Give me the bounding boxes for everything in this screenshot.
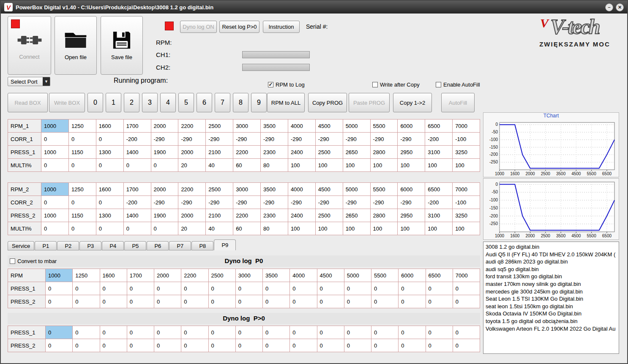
grid-cell[interactable]: 6000 [398, 183, 425, 196]
grid-cell[interactable]: -290 [261, 196, 288, 209]
grid-cell[interactable]: 0 [290, 295, 317, 308]
grid-cell[interactable]: 0 [208, 339, 235, 352]
grid-cell[interactable]: 100 [343, 159, 370, 172]
grid-cell[interactable]: 1250 [68, 183, 96, 196]
grid-cell[interactable]: 2000 [178, 146, 206, 159]
grid-cell[interactable]: 7000 [453, 269, 480, 282]
grid-cell[interactable]: 1000 [41, 120, 69, 133]
grid-cell[interactable]: 3100 [425, 146, 453, 159]
grid-cell[interactable]: 4000 [288, 120, 315, 133]
grid-cell[interactable]: 1600 [96, 120, 123, 133]
grid-cell[interactable]: 0 [151, 159, 178, 172]
grid-cell[interactable]: 0 [96, 133, 123, 146]
grid-cell[interactable]: 6500 [425, 183, 453, 196]
tab-p3[interactable]: P3 [79, 241, 101, 250]
grid-cell[interactable]: 100 [288, 222, 315, 235]
grid-cell[interactable]: 0 [154, 326, 181, 339]
grid-cell[interactable]: 2200 [178, 183, 206, 196]
grid-cell[interactable]: 40 [206, 159, 233, 172]
grid-cell[interactable]: 0 [263, 339, 290, 352]
grid-cell[interactable]: 0 [290, 282, 317, 295]
grid-cell[interactable]: 3000 [235, 269, 262, 282]
grid-cell[interactable]: 1300 [96, 146, 123, 159]
grid-cell[interactable]: 0 [123, 159, 151, 172]
grid-cell[interactable]: 0 [127, 339, 154, 352]
grid-cell[interactable]: 0 [453, 295, 480, 308]
grid-cell[interactable]: 4000 [288, 183, 315, 196]
grid-cell[interactable]: 0 [235, 295, 262, 308]
grid-cell[interactable]: 100 [425, 222, 453, 235]
grid-cell[interactable]: 0 [317, 295, 344, 308]
grid-cell[interactable]: 1000 [41, 209, 69, 222]
grid-cell[interactable]: 80 [261, 222, 288, 235]
grid-cell[interactable]: 0 [290, 339, 317, 352]
digit-button-6[interactable]: 6 [197, 93, 212, 112]
grid-cell[interactable]: -290 [370, 133, 398, 146]
file-list-item[interactable]: Skoda Octavia IV 150KM Go Digital.bin [486, 310, 617, 318]
grid-cell[interactable]: 100 [453, 222, 480, 235]
grid-cell[interactable]: 1900 [151, 209, 178, 222]
grid-cell[interactable]: 0 [317, 282, 344, 295]
grid-cell[interactable]: 100 [398, 159, 425, 172]
grid-cell[interactable]: 2000 [151, 120, 178, 133]
grid-cell[interactable]: 2100 [206, 146, 233, 159]
grid-cell[interactable]: 0 [208, 295, 235, 308]
grid-cell[interactable]: 40 [206, 222, 233, 235]
grid-cell[interactable]: 0 [263, 282, 290, 295]
grid-cell[interactable]: 0 [399, 282, 426, 295]
grid-cell[interactable]: 0 [46, 339, 73, 352]
grid-cell[interactable]: 0 [123, 222, 151, 235]
grid-cell[interactable]: -290 [315, 133, 343, 146]
grid-cell[interactable]: 2400 [288, 146, 315, 159]
tab-p1[interactable]: P1 [35, 241, 57, 250]
grid-cell[interactable]: 100 [425, 159, 453, 172]
grid-cell[interactable]: 6500 [425, 120, 453, 133]
grid-cell[interactable]: -290 [370, 196, 398, 209]
digit-button-7[interactable]: 7 [215, 93, 230, 112]
grid-cell[interactable]: 5000 [344, 269, 371, 282]
grid-cell[interactable]: 20 [178, 159, 206, 172]
grid-cell[interactable]: 0 [41, 196, 69, 209]
grid-cell[interactable]: 0 [46, 326, 73, 339]
grid-cell[interactable]: 2800 [370, 209, 398, 222]
file-list-item[interactable]: seat leon 1.5tsi 150km go digital.bin [486, 303, 617, 310]
grid-cell[interactable]: 0 [68, 133, 96, 146]
digit-button-9[interactable]: 9 [251, 93, 267, 112]
digit-button-0[interactable]: 0 [87, 93, 103, 112]
file-list-item[interactable]: Volkswagen Arteon FL 2.0 190KM 2022 Go D… [486, 325, 617, 333]
save-file-button[interactable]: Save file [101, 16, 143, 75]
grid-cell[interactable]: 0 [344, 282, 371, 295]
grid-cell[interactable]: -290 [151, 133, 178, 146]
tab-p8[interactable]: P8 [191, 241, 213, 250]
grid-cell[interactable]: -290 [261, 133, 288, 146]
grid-cell[interactable]: 0 [68, 196, 96, 209]
tab-p2[interactable]: P2 [57, 241, 79, 250]
grid-cell[interactable]: 0 [399, 339, 426, 352]
grid-cell[interactable]: 2300 [261, 209, 288, 222]
grid-cell[interactable]: 5500 [370, 183, 398, 196]
grid-cell[interactable]: 0 [100, 295, 127, 308]
grid-cell[interactable]: 3500 [261, 183, 288, 196]
open-file-button[interactable]: Open file [55, 16, 97, 75]
tab-p6[interactable]: P6 [147, 241, 169, 250]
grid-cell[interactable]: 5500 [371, 269, 399, 282]
grid-cell[interactable]: 1400 [123, 209, 151, 222]
file-list-item[interactable]: Audi Q5 II (FY FL) 40 TDI MHEV 2.0 150kW… [486, 251, 617, 258]
grid-cell[interactable]: 2650 [343, 146, 370, 159]
grid-cell[interactable]: 5500 [370, 120, 398, 133]
dyno-log-on-button[interactable]: Dyno log ON [180, 21, 217, 33]
grid-cell[interactable]: 1900 [151, 146, 178, 159]
grid-cell[interactable]: 80 [261, 159, 288, 172]
grid-cell[interactable]: 0 [68, 159, 96, 172]
grid-cell[interactable]: 4500 [315, 183, 343, 196]
grid-cell[interactable]: 0 [127, 282, 154, 295]
reset-log-button[interactable]: Reset log P>0 [219, 21, 259, 33]
grid-cell[interactable]: 100 [398, 222, 425, 235]
file-list[interactable]: 3008 1.2 go digital.binAudi Q5 II (FY FL… [483, 242, 619, 354]
grid-cell[interactable]: 100 [343, 222, 370, 235]
file-list-item[interactable]: audi q8 286km 2023 go digital.bin [486, 258, 617, 266]
grid-cell[interactable]: 6500 [426, 269, 453, 282]
grid-cell[interactable]: 2400 [288, 209, 315, 222]
digit-button-3[interactable]: 3 [142, 93, 158, 112]
grid-cell[interactable]: 0 [96, 196, 123, 209]
